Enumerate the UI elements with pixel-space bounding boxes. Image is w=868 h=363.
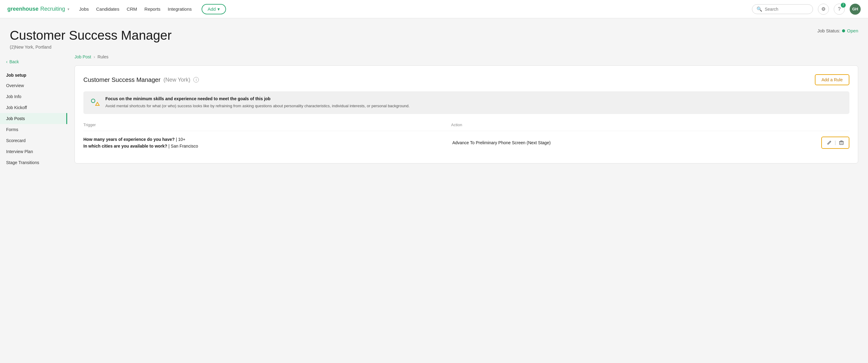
back-label: Back bbox=[9, 59, 19, 64]
card-title-text: Customer Success Manager bbox=[83, 77, 160, 83]
trigger-p2: | San Francisco bbox=[168, 144, 198, 149]
job-status: Job Status: Open bbox=[817, 28, 858, 33]
rule-table-header: Trigger Action bbox=[83, 121, 849, 128]
rules-card-title: Customer Success Manager (New York) i bbox=[83, 77, 199, 83]
breadcrumb: Job Post › Rules bbox=[74, 50, 858, 59]
delete-rule-button[interactable] bbox=[837, 139, 846, 146]
nav-right: 🔍 ⚙ ? 7 GH bbox=[752, 4, 861, 15]
page-layout: ‹ Back Job setup Overview Job Info Job K… bbox=[0, 50, 868, 363]
brand-chevron[interactable]: ▾ bbox=[67, 7, 69, 11]
help-icon: ? bbox=[838, 6, 841, 12]
sidebar-job-posts[interactable]: Job Posts bbox=[0, 113, 67, 124]
brand-greenhouse: greenhouse bbox=[7, 6, 38, 12]
help-button[interactable]: ? 7 bbox=[834, 4, 845, 15]
back-arrow: ‹ bbox=[6, 59, 8, 64]
back-button[interactable]: ‹ Back bbox=[0, 57, 67, 67]
main-content: Job Post › Rules Customer Success Manage… bbox=[67, 50, 868, 363]
rule-trigger: How many years of experience do you have… bbox=[83, 136, 447, 150]
nav-candidates[interactable]: Candidates bbox=[96, 6, 119, 11]
avatar[interactable]: GH bbox=[850, 4, 861, 15]
search-icon: 🔍 bbox=[756, 6, 762, 12]
notification-badge: 7 bbox=[841, 3, 846, 8]
nav-jobs[interactable]: Jobs bbox=[79, 6, 89, 11]
page-header-row: Customer Success Manager (2)New York, Po… bbox=[0, 18, 868, 50]
col-action-label: Action bbox=[451, 121, 819, 128]
sidebar: ‹ Back Job setup Overview Job Info Job K… bbox=[0, 50, 67, 363]
tip-content: Focus on the minimum skills and experien… bbox=[105, 96, 409, 109]
breadcrumb-parent[interactable]: Job Post bbox=[74, 54, 91, 59]
status-value: Open bbox=[847, 28, 858, 33]
card-title-location: (New York) bbox=[163, 77, 190, 83]
add-rule-button[interactable]: Add a Rule bbox=[815, 74, 849, 85]
sidebar-section-title: Job setup bbox=[0, 70, 67, 80]
search-box[interactable]: 🔍 bbox=[752, 4, 813, 14]
navbar: greenhouse Recruiting ▾ Jobs Candidates … bbox=[0, 0, 868, 18]
nav-crm[interactable]: CRM bbox=[127, 6, 137, 11]
table-row: How many years of experience do you have… bbox=[83, 131, 849, 155]
svg-point-0 bbox=[91, 99, 95, 103]
sidebar-forms[interactable]: Forms bbox=[0, 124, 67, 135]
sidebar-interview-plan[interactable]: Interview Plan bbox=[0, 146, 67, 157]
trigger-line1: How many years of experience do you have… bbox=[83, 137, 185, 142]
sidebar-job-info[interactable]: Job Info bbox=[0, 91, 67, 102]
settings-button[interactable]: ⚙ bbox=[818, 4, 829, 15]
nav-integrations[interactable]: Integrations bbox=[168, 6, 191, 11]
add-chevron: ▾ bbox=[217, 6, 220, 12]
tip-icon bbox=[90, 97, 100, 109]
info-icon[interactable]: i bbox=[193, 77, 199, 83]
add-label: Add bbox=[208, 6, 216, 11]
breadcrumb-current: Rules bbox=[97, 54, 108, 59]
tip-bold-text: Focus on the minimum skills and experien… bbox=[105, 96, 409, 101]
rules-card-header: Customer Success Manager (New York) i Ad… bbox=[83, 74, 849, 85]
status-dot bbox=[842, 29, 845, 32]
trigger-line2: In which cities are you available to wor… bbox=[83, 144, 198, 149]
search-input[interactable] bbox=[765, 7, 808, 11]
brand: greenhouse Recruiting ▾ bbox=[7, 6, 69, 12]
svg-marker-1 bbox=[96, 102, 99, 105]
brand-recruiting: Recruiting bbox=[40, 6, 65, 12]
trigger-p1: | 10+ bbox=[176, 137, 185, 142]
trigger-q2: In which cities are you available to wor… bbox=[83, 144, 167, 149]
rule-action-buttons: | bbox=[821, 137, 849, 149]
col-trigger-label: Trigger bbox=[83, 121, 451, 128]
tip-body-text: Avoid mental shortcuts for what (or who)… bbox=[105, 103, 409, 109]
trigger-q1: How many years of experience do you have… bbox=[83, 137, 175, 142]
sidebar-scorecard[interactable]: Scorecard bbox=[0, 135, 67, 146]
sidebar-job-kickoff[interactable]: Job Kickoff bbox=[0, 102, 67, 113]
tip-box: Focus on the minimum skills and experien… bbox=[83, 91, 849, 114]
rules-card: Customer Success Manager (New York) i Ad… bbox=[74, 65, 858, 163]
gear-icon: ⚙ bbox=[821, 6, 826, 12]
rule-action: Advance To Preliminary Phone Screen (Nex… bbox=[452, 140, 816, 145]
icon-separator: | bbox=[835, 140, 836, 146]
edit-rule-button[interactable] bbox=[825, 139, 834, 146]
svg-rect-2 bbox=[840, 142, 843, 145]
page-title: Customer Success Manager bbox=[10, 28, 172, 43]
page-header-left: Customer Success Manager (2)New York, Po… bbox=[10, 28, 172, 50]
sidebar-overview[interactable]: Overview bbox=[0, 80, 67, 91]
nav-reports[interactable]: Reports bbox=[145, 6, 161, 11]
breadcrumb-separator: › bbox=[93, 54, 95, 59]
nav-links: Jobs Candidates CRM Reports Integrations bbox=[79, 6, 192, 11]
status-label: Job Status: bbox=[817, 28, 840, 33]
add-button[interactable]: Add ▾ bbox=[202, 4, 226, 14]
page-subtitle: (2)New York, Portland bbox=[10, 44, 172, 50]
sidebar-stage-transitions[interactable]: Stage Transitions bbox=[0, 157, 67, 168]
